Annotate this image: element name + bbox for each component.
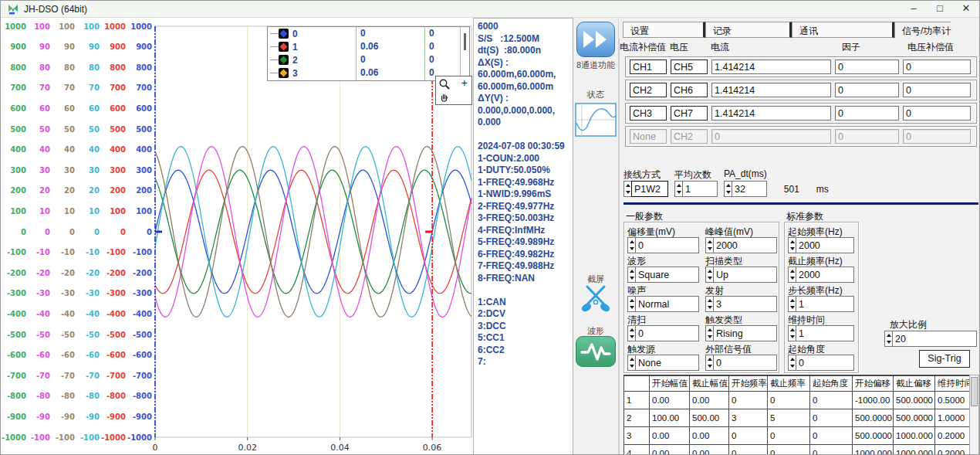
factor-input[interactable]: 1.414214 bbox=[711, 106, 831, 121]
sweep-cell[interactable]: 3 bbox=[729, 409, 768, 427]
sweep-cell[interactable]: 1000.000 bbox=[894, 445, 935, 455]
param-spinner[interactable]: 3 bbox=[705, 296, 777, 312]
current-comp-input[interactable]: 0 bbox=[903, 129, 971, 144]
sweep-cell[interactable]: 0.00 bbox=[690, 427, 729, 445]
current-comp-input[interactable]: 0 bbox=[903, 106, 971, 121]
sweep-cell[interactable]: 0 bbox=[810, 427, 853, 445]
legend-scrollbar-thumb[interactable] bbox=[464, 33, 466, 50]
voltage-channel-select[interactable]: None bbox=[630, 129, 667, 144]
spinner-arrows[interactable] bbox=[788, 237, 796, 253]
tab[interactable]: 信号/功率计 bbox=[894, 22, 951, 38]
sweep-table-scrollbar[interactable] bbox=[969, 375, 979, 455]
zoom-plus-icon[interactable]: + bbox=[461, 76, 468, 89]
param-spinner[interactable]: None bbox=[627, 355, 699, 371]
current-comp-input[interactable]: 0 bbox=[903, 83, 971, 97]
sweep-cell[interactable]: 5 bbox=[768, 409, 810, 427]
oscilloscope-plot[interactable]: 00.020.040.06100090080070060050040030020… bbox=[1, 18, 473, 455]
sweep-cell[interactable]: 0.2000 bbox=[935, 427, 970, 445]
current-channel-select[interactable]: CH6 bbox=[671, 83, 708, 97]
spinner-arrows[interactable] bbox=[627, 267, 635, 283]
sweep-cell[interactable]: 0.00 bbox=[690, 392, 729, 409]
voltage-comp-input[interactable]: 0 bbox=[835, 106, 899, 121]
legend-scrollbar[interactable] bbox=[460, 27, 469, 80]
close-button[interactable]: ✕ bbox=[953, 1, 979, 18]
legend-row[interactable]: 2 0 0 bbox=[268, 53, 469, 66]
factor-input[interactable]: 0 bbox=[711, 129, 831, 144]
sweep-cell[interactable]: 500.0000 bbox=[894, 392, 935, 409]
param-spinner[interactable]: 1 bbox=[788, 296, 854, 312]
waveform-canvas[interactable]: 00.020.040.06100090080070060050040030020… bbox=[1, 18, 473, 455]
sweep-cell[interactable]: 500.0000 bbox=[853, 409, 894, 427]
spinner-arrows[interactable] bbox=[674, 181, 682, 197]
sweep-cell[interactable]: 1000.000 bbox=[894, 427, 935, 445]
sweep-cell[interactable]: 1000.000 bbox=[853, 445, 894, 455]
current-channel-select[interactable]: CH5 bbox=[671, 59, 708, 74]
sweep-cell[interactable]: 0.00 bbox=[650, 445, 690, 455]
sweep-cell[interactable]: 0 bbox=[729, 392, 768, 409]
param-spinner[interactable]: 0 bbox=[788, 355, 854, 371]
voltage-channel-select[interactable]: CH3 bbox=[630, 106, 667, 121]
current-channel-select[interactable]: CH7 bbox=[671, 106, 708, 121]
spinner-arrows[interactable] bbox=[705, 355, 713, 371]
spinner-arrows[interactable] bbox=[627, 325, 635, 341]
scissors-icon[interactable] bbox=[580, 284, 612, 314]
spinner-arrows[interactable] bbox=[705, 237, 713, 253]
sweep-cell[interactable]: 500.0000 bbox=[853, 427, 894, 445]
spinner-arrows[interactable] bbox=[788, 355, 796, 371]
minimize-button[interactable]: – bbox=[901, 1, 927, 18]
param-spinner[interactable]: Rising bbox=[705, 325, 777, 341]
sweep-cell[interactable]: 0 bbox=[729, 427, 768, 445]
zoom-ratio-spinner[interactable]: 20 bbox=[884, 331, 977, 347]
param-spinner[interactable]: Normal bbox=[627, 296, 699, 312]
param-spinner[interactable]: 2000 bbox=[788, 237, 854, 253]
sweep-scrollbar-thumb[interactable] bbox=[971, 377, 978, 406]
sig-trig-button[interactable]: Sig-Trig bbox=[919, 350, 970, 368]
spinner-arrows[interactable] bbox=[788, 267, 796, 283]
sweep-cell[interactable]: 100.00 bbox=[650, 409, 690, 427]
sweep-cell[interactable]: 500.0000 bbox=[894, 409, 935, 427]
sweep-cell[interactable]: 0 bbox=[768, 445, 810, 455]
factor-input[interactable]: 1.414214 bbox=[711, 59, 831, 74]
spinner-arrows[interactable] bbox=[627, 355, 635, 371]
legend-row[interactable]: 1 0.06 0 bbox=[268, 40, 469, 53]
waveform-generator-button[interactable] bbox=[576, 336, 616, 367]
wiring-spinner[interactable]: P1W2 bbox=[623, 181, 668, 197]
spinner-arrows[interactable] bbox=[705, 325, 713, 341]
wiring-spinner[interactable]: 32 bbox=[724, 181, 767, 197]
spinner-arrows[interactable] bbox=[724, 181, 732, 197]
sweep-cell[interactable]: 500.00 bbox=[690, 409, 729, 427]
run-fast-forward-button[interactable] bbox=[576, 22, 615, 57]
sweep-cell[interactable]: 0 bbox=[810, 409, 853, 427]
spinner-arrows[interactable] bbox=[705, 296, 713, 312]
spinner-arrows[interactable] bbox=[627, 237, 635, 253]
sweep-cell[interactable]: 1.0000 bbox=[935, 409, 970, 427]
voltage-comp-input[interactable]: 0 bbox=[835, 129, 899, 144]
maximize-button[interactable]: □ bbox=[927, 1, 953, 18]
spinner-arrows[interactable] bbox=[788, 325, 796, 341]
spinner-arrows[interactable] bbox=[705, 267, 713, 283]
sweep-cell[interactable]: 0 bbox=[810, 392, 853, 409]
tab[interactable]: 通讯 bbox=[792, 22, 894, 38]
wiring-spinner[interactable]: 1 bbox=[674, 181, 718, 197]
spinner-arrows[interactable] bbox=[623, 181, 631, 197]
param-spinner[interactable]: Square bbox=[627, 267, 699, 283]
sweep-cell[interactable]: 0.00 bbox=[690, 445, 729, 455]
voltage-comp-input[interactable]: 0 bbox=[835, 59, 899, 74]
param-spinner[interactable]: Up bbox=[705, 267, 777, 283]
param-spinner[interactable]: 0 bbox=[627, 325, 699, 341]
param-spinner[interactable]: 0 bbox=[627, 237, 699, 253]
sweep-cell[interactable]: 0.5000 bbox=[935, 392, 970, 409]
voltage-channel-select[interactable]: CH2 bbox=[630, 83, 667, 97]
sweep-cell[interactable]: 0 bbox=[768, 392, 810, 409]
param-spinner[interactable]: 2000 bbox=[788, 267, 854, 283]
tab[interactable]: 设置 bbox=[623, 22, 705, 38]
factor-input[interactable]: 1.414214 bbox=[711, 83, 831, 97]
sweep-cell[interactable]: 0.2000 bbox=[935, 445, 970, 455]
spinner-arrows[interactable] bbox=[884, 331, 892, 347]
sweep-cell[interactable]: 0.00 bbox=[650, 392, 690, 409]
sweep-cell[interactable]: 0 bbox=[768, 427, 810, 445]
voltage-channel-select[interactable]: CH1 bbox=[630, 59, 667, 74]
spinner-arrows[interactable] bbox=[788, 296, 796, 312]
zoom-tool-icon[interactable] bbox=[438, 78, 451, 90]
sweep-cell[interactable]: 0 bbox=[810, 445, 853, 455]
